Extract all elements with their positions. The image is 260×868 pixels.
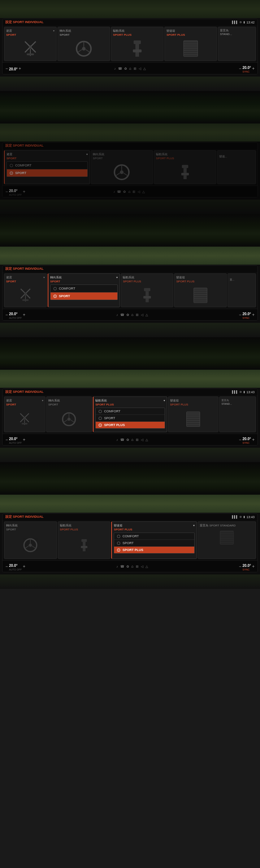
- nav-fan-icon-3[interactable]: ✿: [126, 313, 129, 317]
- nav-up-icon-3[interactable]: △: [146, 313, 148, 317]
- gearbox-panel[interactable]: 變速箱 SPORT PLUS: [164, 27, 217, 61]
- steering-panel-5[interactable]: 轉向系統 SPORT: [4, 521, 57, 559]
- steering-panel-3[interactable]: 轉向系統 ▾ SPORT COMFORT SPORT: [48, 273, 120, 307]
- sync-label-4: SYNC: [243, 442, 251, 444]
- nav-menu-icon-4[interactable]: ⊞: [136, 438, 139, 442]
- temp-plus-right-5[interactable]: +: [252, 564, 255, 569]
- nav-home-icon-4[interactable]: ⌂: [131, 438, 134, 442]
- sport-option-4[interactable]: SPORT: [96, 415, 165, 422]
- nav-up-icon[interactable]: △: [143, 67, 146, 70]
- drivetrain-panel-5[interactable]: 驅動系統 SPORT PLUS: [58, 521, 111, 559]
- nav-fan-icon-4[interactable]: ✿: [126, 438, 129, 442]
- steering-arr-3: ▾: [116, 276, 118, 279]
- reset-panel-3[interactable]: 重...: [228, 273, 256, 307]
- temp-plus-right-3[interactable]: +: [252, 312, 255, 317]
- svg-rect-48: [83, 542, 86, 546]
- suspension-panel-4[interactable]: 避震 ▾ SPORT: [4, 396, 46, 432]
- suspension-panel-3[interactable]: 避震 ▾ SPORT: [4, 273, 47, 307]
- reset-label-5: 重置為 SPORT STANDARD: [200, 524, 254, 528]
- nav-music-icon-3[interactable]: ♪: [116, 313, 118, 317]
- gearbox-val-5: SPORT PLUS: [114, 528, 195, 531]
- reset-panel-5[interactable]: 重置為 SPORT STANDARD: [198, 521, 256, 559]
- steering-panel[interactable]: 轉向系統 SPORT: [57, 27, 110, 61]
- gearbox-panel-3[interactable]: 變速箱 SPORT PLUS: [174, 273, 227, 307]
- time-display: 13:42: [246, 21, 255, 24]
- sport-label-4: SPORT: [104, 416, 115, 420]
- comfort-option-4[interactable]: COMFORT: [96, 408, 165, 415]
- svg-rect-21: [181, 173, 189, 175]
- nav-fan-icon-5[interactable]: ✿: [126, 565, 129, 568]
- sport-plus-option-4[interactable]: SPORT PLUS: [96, 422, 165, 428]
- drivetrain-val-4: SPORT PLUS: [95, 403, 165, 406]
- svg-rect-50: [83, 548, 86, 551]
- signal-bars-icon-4: ▌▌▌: [232, 390, 238, 394]
- steering-wheel-icon: [75, 40, 93, 58]
- nav-phone-icon-3[interactable]: ☎: [120, 313, 124, 317]
- gearbox-panel-4[interactable]: 變速箱 SPORT PLUS: [168, 396, 218, 432]
- gearbox-visual-4: [186, 412, 200, 427]
- nav-music-icon[interactable]: ♪: [114, 67, 116, 70]
- drivetrain-panel-3[interactable]: 驅動系統 SPORT PLUS: [121, 273, 173, 307]
- gearbox-panel-5[interactable]: 變速箱 ▾ SPORT PLUS COMFORT SPORT: [111, 521, 197, 559]
- nav-menu-icon-3[interactable]: ⊞: [136, 313, 139, 317]
- nav-home-icon-3[interactable]: ⌂: [131, 313, 134, 317]
- reset-panel-4[interactable]: 重置為STAND...: [219, 396, 256, 432]
- nav-music-icon-4[interactable]: ♪: [116, 438, 118, 442]
- nav-fan-icon[interactable]: ✿: [124, 67, 127, 70]
- nav-back-icon[interactable]: ◁: [139, 67, 141, 70]
- temp-plus-left[interactable]: +: [18, 66, 21, 71]
- suspension-label-4: 避震: [6, 399, 12, 403]
- nav-up-icon-4[interactable]: △: [146, 438, 148, 442]
- nav-back-icon-5[interactable]: ◁: [141, 565, 143, 568]
- comfort-option-3[interactable]: COMFORT: [51, 285, 117, 292]
- nav-up-icon-5[interactable]: △: [146, 565, 148, 568]
- temp-minus-right[interactable]: −: [239, 66, 241, 71]
- temp-plus-left-4[interactable]: +: [23, 437, 25, 442]
- steering-icon-5: [22, 537, 38, 553]
- nav-home-icon-5[interactable]: ⌂: [131, 564, 134, 568]
- nav-back-icon-4[interactable]: ◁: [141, 438, 143, 442]
- nav-phone-icon-4[interactable]: ☎: [120, 438, 124, 442]
- svg-rect-11: [135, 44, 139, 49]
- suspension-label: 避震: [6, 29, 12, 33]
- sport-option-5[interactable]: SPORT: [114, 540, 194, 547]
- suspension-panel[interactable]: 避震 ▾ SPORT: [4, 27, 57, 61]
- drivetrain-panel-4[interactable]: 驅動系統 ▾ SPORT PLUS COMFORT SPORT: [93, 396, 167, 432]
- sport-plus-option-5[interactable]: SPORT PLUS: [114, 547, 194, 553]
- steering-panel-4[interactable]: 轉向系統 SPORT: [46, 396, 92, 432]
- nav-back-icon-3[interactable]: ◁: [141, 313, 143, 317]
- temp-minus-right-4[interactable]: −: [239, 437, 242, 442]
- svg-line-41: [71, 420, 75, 422]
- temp-minus-left-3[interactable]: −: [5, 312, 8, 317]
- temp-minus-right-5[interactable]: −: [239, 564, 242, 569]
- temp-plus-left-3[interactable]: +: [23, 312, 25, 317]
- drivetrain-val-5: SPORT PLUS: [60, 528, 109, 531]
- comfort-radio-4: [99, 410, 102, 413]
- nav-phone-icon[interactable]: ☎: [118, 67, 122, 70]
- steering-label: 轉向系統: [60, 29, 71, 33]
- temp-plus-right-4[interactable]: +: [252, 437, 255, 442]
- drivetrain-panel[interactable]: 驅動系統 SPORT PLUS: [111, 27, 164, 61]
- temp-minus-right-3[interactable]: −: [239, 312, 242, 317]
- comfort-option-5[interactable]: COMFORT: [114, 533, 194, 540]
- svg-rect-12: [133, 49, 142, 52]
- reset-panel[interactable]: 重置為STAND...: [218, 27, 256, 61]
- nav-menu-icon-5[interactable]: ⊞: [136, 565, 139, 568]
- temp-plus-left-5[interactable]: +: [23, 564, 25, 569]
- nav-menu-icon[interactable]: ⊞: [134, 67, 136, 70]
- suspension-dropdown-arrow: ▾: [53, 29, 55, 32]
- temp-minus-left-4[interactable]: −: [5, 437, 8, 442]
- temp-minus-left[interactable]: −: [5, 66, 8, 71]
- battery-icon-4: ▮: [243, 390, 245, 394]
- sync-label-3: SYNC: [243, 317, 251, 319]
- nav-phone-icon-5[interactable]: ☎: [120, 565, 124, 568]
- nav-home-icon[interactable]: ⌂: [129, 66, 131, 70]
- sport-option-3[interactable]: SPORT: [51, 292, 117, 300]
- gearbox-val-3: SPORT PLUS: [176, 280, 225, 283]
- screen1-container: 設定 SPORT INDIVIDUAL ▌▌▌ ⊜ ▮ 13:42 避震 ▾ S…: [0, 0, 260, 91]
- temp-plus-right[interactable]: +: [252, 66, 255, 71]
- nav-music-icon-5[interactable]: ♪: [116, 565, 118, 568]
- temp-left-value: 20.0°: [9, 67, 17, 71]
- temp-minus-left-5[interactable]: −: [5, 564, 8, 569]
- signal-bars-icon-5: ▌▌▌: [232, 515, 238, 518]
